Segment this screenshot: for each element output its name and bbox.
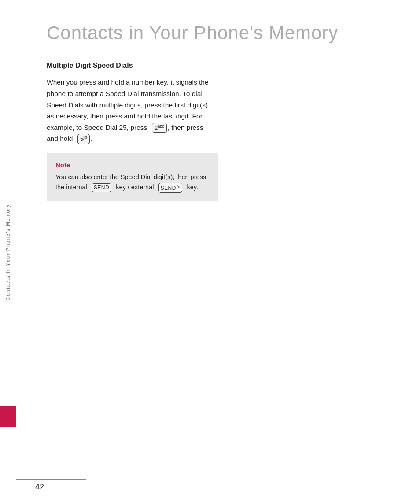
note-text-middle: key / external [116,184,154,191]
bottom-divider [16,479,86,480]
note-text-after: key. [187,184,198,191]
note-text: You can also enter the Speed Dial digit(… [55,172,210,193]
section-heading: Multiple Digit Speed Dials [47,62,385,70]
page-container: Contacts in Your Phone's Memory Contacts… [0,0,420,504]
note-box: Note You can also enter the Speed Dial d… [47,153,218,201]
body-end: . [91,135,92,142]
key-5-sup: jkl [83,135,87,140]
body-text: When you press and hold a number key, it… [47,77,214,144]
sidebar-text: Contacts in Your Phone's Memory [5,204,11,300]
note-label: Note [55,161,210,169]
page-title: Contacts in Your Phone's Memory [47,22,385,44]
key-send-external-label: SEND [161,185,176,191]
key-2-sup: abc [158,124,164,129]
key-send-external: SEND↘ [158,183,183,193]
sidebar-pink-accent [0,406,16,427]
main-content: Contacts in Your Phone's Memory Multiple… [16,0,420,504]
key-send-internal: SEND [92,183,111,192]
key-5-button: 5jkl [77,134,90,144]
sidebar-label: Contacts in Your Phone's Memory [5,204,11,300]
page-number: 42 [35,482,44,492]
key-2-button: 2abc [152,123,167,133]
sidebar: Contacts in Your Phone's Memory [0,0,16,504]
